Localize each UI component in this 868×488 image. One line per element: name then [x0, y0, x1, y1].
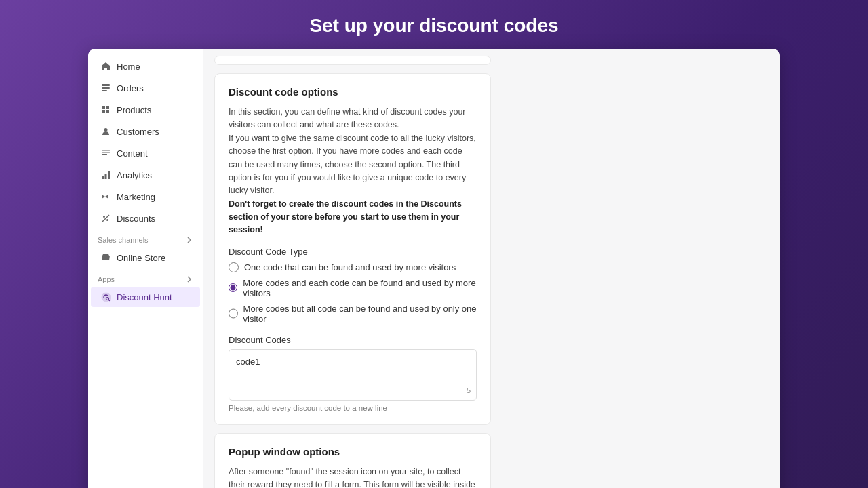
popup-options-desc: After someone "found" the session icon o…: [229, 466, 477, 488]
page-title: Set up your discount codes: [0, 0, 868, 49]
svg-rect-1: [102, 87, 110, 89]
products-icon: [100, 104, 111, 115]
discount-hunt-sidebar-icon: [100, 291, 111, 302]
svg-rect-9: [108, 171, 110, 179]
svg-point-10: [103, 216, 105, 218]
sidebar-item-home[interactable]: Home: [91, 56, 200, 77]
radio-more-codes-multi-input[interactable]: [229, 283, 237, 293]
home-icon: [100, 61, 111, 72]
sidebar-item-online-store[interactable]: Online Store: [91, 247, 200, 268]
discount-code-options-card: Discount code options In this section, y…: [214, 73, 491, 425]
code-type-label: Discount Code Type: [229, 247, 477, 257]
content-icon: [100, 148, 111, 159]
popup-window-options-card: Popup window options After someone "foun…: [214, 433, 491, 488]
sidebar-item-analytics[interactable]: Analytics: [91, 165, 200, 185]
customers-icon: [100, 126, 111, 137]
sidebar-item-orders[interactable]: Orders: [91, 78, 200, 98]
radio-more-codes-unique[interactable]: More codes but all code can be found and…: [229, 304, 477, 324]
svg-point-11: [106, 219, 108, 221]
sidebar-item-customers[interactable]: Customers: [91, 121, 200, 142]
sidebar-item-discounts[interactable]: Discounts: [91, 208, 200, 228]
svg-rect-4: [102, 150, 110, 151]
marketing-icon: [100, 191, 111, 202]
sidebar-item-marketing[interactable]: Marketing: [91, 186, 200, 207]
radio-more-codes-multi-label: More codes and each code can be found an…: [243, 278, 477, 298]
svg-rect-0: [102, 84, 110, 86]
svg-point-3: [104, 128, 108, 131]
apps-section-label: Apps: [88, 268, 203, 286]
codes-hint-text: Please, add every discount code to a new…: [229, 404, 477, 412]
radio-group: One code that can be found and used by m…: [229, 262, 477, 324]
discount-options-desc: In this section, you can define what kin…: [229, 106, 477, 237]
radio-more-codes-multi[interactable]: More codes and each code can be found an…: [229, 278, 477, 298]
discount-codes-textarea[interactable]: code1: [229, 350, 476, 397]
orders-icon: [100, 83, 111, 94]
sidebar-item-products[interactable]: Products: [91, 100, 200, 120]
svg-rect-5: [102, 152, 110, 153]
content-inner: Discount code options In this section, y…: [203, 49, 502, 488]
sales-channels-label: Sales channels: [88, 229, 203, 247]
discount-codes-label: Discount Codes: [229, 335, 477, 345]
sidebar-item-content[interactable]: Content: [91, 143, 200, 163]
radio-more-codes-unique-label: More codes but all code can be found and…: [243, 304, 477, 324]
svg-rect-8: [105, 174, 107, 179]
svg-rect-2: [102, 90, 107, 92]
radio-one-code-input[interactable]: [229, 262, 239, 272]
discount-options-title: Discount code options: [229, 86, 477, 98]
svg-rect-6: [102, 154, 107, 155]
popup-options-title: Popup window options: [229, 446, 477, 458]
radio-one-code-label: One code that can be found and used by m…: [244, 262, 456, 272]
codes-textarea-wrapper: code1 5: [229, 349, 477, 401]
radio-more-codes-unique-input[interactable]: [229, 308, 238, 319]
partial-top-card: [214, 56, 491, 65]
radio-one-code[interactable]: One code that can be found and used by m…: [229, 262, 477, 272]
sidebar-item-discount-hunt[interactable]: Discount Hunt: [91, 287, 200, 307]
sidebar: Home Orders Products Customers: [88, 49, 203, 488]
analytics-icon: [100, 169, 111, 180]
main-container: Home Orders Products Customers: [88, 49, 780, 488]
store-icon: [100, 252, 111, 263]
content-area: Discount code options In this section, y…: [203, 49, 780, 488]
char-count: 5: [467, 386, 471, 394]
svg-rect-7: [102, 176, 104, 179]
bold-note: Don't forget to create the discount code…: [229, 199, 462, 235]
discounts-icon: [100, 213, 111, 224]
